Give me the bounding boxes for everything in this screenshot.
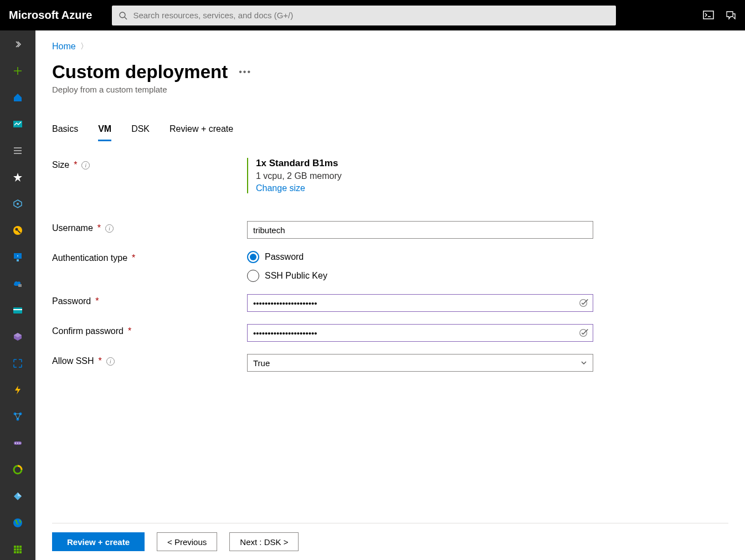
svg-rect-17 (13, 309, 22, 310)
label-auth-type: Authentication type (52, 253, 127, 263)
more-actions-button[interactable]: ••• (239, 67, 251, 77)
required-marker: * (128, 326, 131, 336)
radio-label: SSH Public Key (265, 271, 327, 281)
breadcrumb-home[interactable]: Home (52, 42, 76, 52)
nav-network-icon[interactable] (0, 408, 35, 425)
nav-cube-icon[interactable] (0, 328, 35, 345)
logo: Microsoft Azure (9, 9, 92, 22)
nav-create-icon[interactable] (0, 63, 35, 79)
form: Size * i 1x Standard B1ms 1 vcpu, 2 GB m… (52, 158, 728, 523)
nav-monitor-icon[interactable] (0, 249, 35, 265)
row-auth-type: Authentication type * Password SSH Publi… (52, 251, 728, 282)
svg-point-37 (580, 330, 587, 337)
info-icon[interactable]: i (81, 161, 90, 169)
review-create-button[interactable]: Review + create (52, 532, 145, 551)
required-marker: * (99, 356, 102, 366)
nav-scale-icon[interactable] (0, 355, 35, 372)
radio-label: Password (265, 252, 304, 262)
svg-rect-27 (14, 546, 16, 548)
tab-basics[interactable]: Basics (52, 124, 78, 141)
next-button[interactable]: Next : DSK > (229, 532, 299, 551)
svg-rect-15 (18, 284, 22, 287)
svg-rect-31 (17, 548, 19, 551)
nav-expand-button[interactable] (0, 36, 35, 53)
page-subtitle: Deploy from a custom template (52, 85, 728, 94)
svg-point-23 (17, 443, 18, 444)
search-input[interactable] (133, 11, 609, 20)
radio-ssh[interactable]: SSH Public Key (247, 270, 593, 282)
svg-rect-16 (13, 307, 22, 314)
info-icon[interactable]: i (105, 224, 114, 233)
svg-rect-29 (19, 546, 22, 548)
select-value: True (253, 358, 270, 368)
nav-billing-icon[interactable] (0, 302, 35, 318)
svg-rect-35 (19, 551, 22, 553)
svg-point-36 (580, 300, 587, 307)
username-input[interactable] (247, 221, 593, 239)
svg-point-11 (16, 228, 18, 231)
size-spec: 1 vcpu, 2 GB memory (256, 171, 593, 181)
tab-dsk[interactable]: DSK (131, 124, 150, 141)
nav-dashboard-icon[interactable] (0, 116, 35, 132)
cloud-shell-icon[interactable] (703, 10, 714, 21)
tabs: Basics VM DSK Review + create (52, 124, 728, 141)
main-content: Home 〉 Custom deployment ••• Deploy from… (35, 30, 745, 560)
svg-rect-28 (17, 546, 19, 548)
breadcrumb: Home 〉 (52, 42, 728, 52)
tab-vm[interactable]: VM (98, 124, 111, 141)
row-allow-ssh: Allow SSH * i True (52, 354, 728, 372)
nav-home-icon[interactable] (0, 89, 35, 106)
required-marker: * (74, 160, 77, 170)
label-allow-ssh: Allow SSH (52, 356, 94, 366)
validation-check-icon[interactable] (578, 297, 590, 309)
nav-functions-icon[interactable] (0, 382, 35, 398)
previous-button[interactable]: < Previous (157, 532, 217, 551)
svg-rect-33 (14, 551, 16, 553)
wizard-footer: Review + create < Previous Next : DSK > (52, 523, 728, 560)
password-input[interactable] (247, 294, 593, 312)
row-username: Username * i (52, 221, 728, 239)
info-icon[interactable]: i (106, 357, 115, 366)
nav-favorites-icon[interactable] (0, 169, 35, 186)
change-size-link[interactable]: Change size (256, 183, 305, 193)
chevron-down-icon (580, 359, 587, 366)
confirm-password-input[interactable] (247, 324, 593, 342)
label-confirm-password: Confirm password (52, 326, 124, 336)
nav-all-services-icon[interactable] (0, 142, 35, 159)
auth-radio-group: Password SSH Public Key (247, 251, 593, 282)
search-icon (119, 11, 127, 20)
svg-rect-32 (19, 548, 22, 551)
nav-key-icon[interactable] (0, 222, 35, 239)
radio-icon (247, 270, 259, 282)
page-title: Custom deployment (52, 61, 228, 83)
nav-grid-icon[interactable] (0, 541, 35, 558)
nav-resource-icon[interactable] (0, 196, 35, 212)
nav-cloud-icon[interactable] (0, 275, 35, 292)
row-confirm-password: Confirm password * (52, 324, 728, 342)
nav-diamond-icon[interactable] (0, 488, 35, 505)
svg-point-9 (17, 203, 19, 205)
nav-purple-icon[interactable] (0, 435, 35, 451)
required-marker: * (97, 223, 101, 233)
feedback-icon[interactable] (725, 10, 736, 21)
svg-line-1 (125, 17, 127, 19)
nav-globe-icon[interactable] (0, 515, 35, 531)
tab-review[interactable]: Review + create (169, 124, 233, 141)
top-bar: Microsoft Azure (0, 0, 745, 30)
svg-point-24 (19, 443, 20, 444)
left-nav-rail (0, 30, 35, 560)
required-marker: * (95, 296, 99, 306)
row-size: Size * i 1x Standard B1ms 1 vcpu, 2 GB m… (52, 158, 728, 209)
allow-ssh-select[interactable]: True (247, 354, 593, 372)
svg-point-26 (13, 518, 22, 527)
validation-check-icon[interactable] (578, 327, 590, 339)
svg-rect-30 (14, 548, 16, 551)
size-name: 1x Standard B1ms (256, 158, 593, 169)
nav-donut-icon[interactable] (0, 461, 35, 478)
radio-password[interactable]: Password (247, 251, 593, 263)
required-marker: * (132, 253, 135, 263)
search-box[interactable] (112, 6, 616, 25)
row-password: Password * (52, 294, 728, 312)
size-summary: 1x Standard B1ms 1 vcpu, 2 GB memory Cha… (247, 158, 593, 193)
svg-rect-2 (703, 11, 713, 19)
